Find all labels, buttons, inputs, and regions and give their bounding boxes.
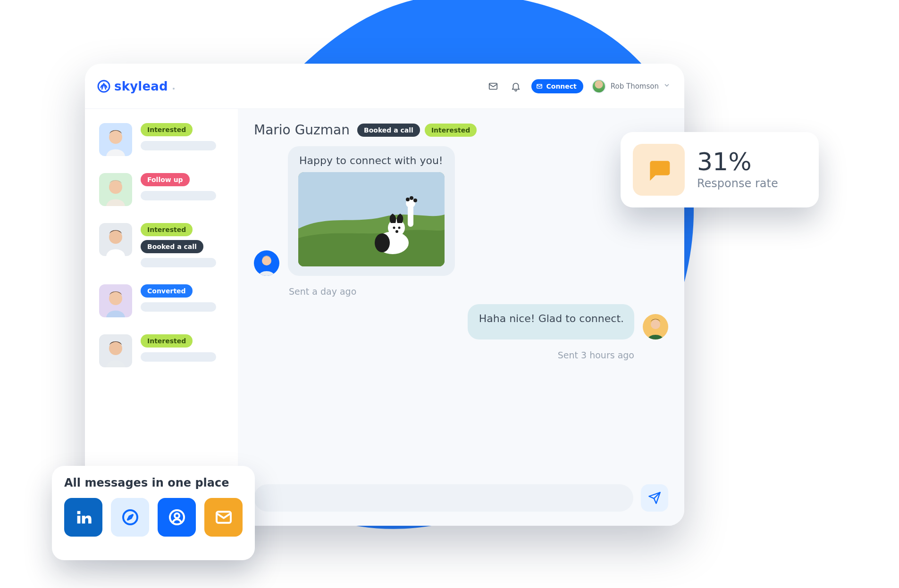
tag-green: Interested xyxy=(141,334,193,348)
mail-icon[interactable] xyxy=(204,498,243,537)
user-menu[interactable]: Rob Thomson xyxy=(592,79,670,93)
conversation-item[interactable]: Follow up xyxy=(99,173,227,206)
preview-placeholder xyxy=(141,258,216,267)
send-button[interactable] xyxy=(641,484,668,512)
svg-point-8 xyxy=(109,231,122,244)
svg-point-28 xyxy=(123,510,137,524)
message-text: Haha nice! Glad to connect. xyxy=(479,313,624,324)
message-bubble: Happy to connect with you! xyxy=(288,146,455,276)
svg-point-10 xyxy=(109,292,122,305)
message-input[interactable] xyxy=(254,484,633,512)
stat-label: Response rate xyxy=(697,177,778,190)
linkedin-icon[interactable] xyxy=(64,498,102,537)
svg-point-21 xyxy=(395,230,398,233)
conversation-list: Interested Follow up InterestedBooked a … xyxy=(85,109,238,526)
channels-row xyxy=(64,498,243,537)
preview-placeholder xyxy=(141,141,216,150)
svg-point-24 xyxy=(406,198,410,201)
svg-point-20 xyxy=(398,227,401,229)
message-composer xyxy=(254,484,668,512)
bell-icon[interactable] xyxy=(509,79,523,93)
svg-point-0 xyxy=(98,81,109,92)
tag-red: Follow up xyxy=(141,173,190,186)
message-row: Happy to connect with you! xyxy=(254,146,668,276)
conversation-item[interactable]: InterestedBooked a call xyxy=(99,223,227,267)
message-bubble: Haha nice! Glad to connect. xyxy=(468,304,634,340)
svg-rect-22 xyxy=(408,205,413,227)
conversation-item[interactable]: Converted xyxy=(99,284,227,317)
brand-wordmark: skylead xyxy=(114,79,168,93)
brand-logo-icon xyxy=(97,80,110,93)
tag-dark: Booked a call xyxy=(141,240,203,253)
svg-point-27 xyxy=(651,320,660,329)
message-meta: Sent a day ago xyxy=(289,286,668,297)
tag-green: Interested xyxy=(425,124,477,137)
brand-dot xyxy=(173,88,175,90)
chat-header: Mario Guzman Booked a callInterested xyxy=(254,122,668,138)
svg-point-13 xyxy=(262,256,271,265)
app-header: skylead Connect Rob T xyxy=(85,64,684,109)
person-search-icon[interactable] xyxy=(158,498,196,537)
channels-title: All messages in one place xyxy=(64,476,243,489)
message-avatar xyxy=(643,314,668,340)
message-text: Happy to connect with you! xyxy=(299,155,445,166)
svg-point-17 xyxy=(375,233,390,252)
tag-dark: Booked a call xyxy=(357,124,420,137)
preview-placeholder xyxy=(141,302,216,312)
conversation-item[interactable]: Interested xyxy=(99,123,227,156)
svg-marker-29 xyxy=(128,515,133,520)
connect-button-label: Connect xyxy=(546,83,577,90)
chat-panel: Mario Guzman Booked a callInterested Hap… xyxy=(238,109,684,526)
stat-value: 31% xyxy=(697,149,778,174)
app-window: skylead Connect Rob T xyxy=(85,64,684,526)
user-name: Rob Thomson xyxy=(611,82,659,91)
response-rate-card: 31% Response rate xyxy=(621,132,819,207)
chat-contact-name: Mario Guzman xyxy=(254,122,350,138)
contact-avatar xyxy=(99,284,132,317)
preview-placeholder xyxy=(141,352,216,362)
chat-bubble-icon xyxy=(633,144,685,196)
user-avatar xyxy=(592,79,606,93)
inbox-icon[interactable] xyxy=(486,79,500,93)
contact-avatar xyxy=(99,223,132,256)
channels-card: All messages in one place xyxy=(52,466,255,560)
contact-avatar xyxy=(99,334,132,367)
send-icon xyxy=(648,491,661,505)
chat-thread: Happy to connect with you! xyxy=(254,146,668,484)
contact-avatar xyxy=(99,123,132,156)
compass-icon[interactable] xyxy=(111,498,149,537)
brand[interactable]: skylead xyxy=(97,79,175,93)
message-image xyxy=(298,172,445,266)
preview-placeholder xyxy=(141,191,216,200)
svg-point-25 xyxy=(410,196,413,200)
tag-green: Interested xyxy=(141,123,193,136)
tag-blue: Converted xyxy=(141,284,193,298)
connect-button[interactable]: Connect xyxy=(531,79,583,93)
message-row: Haha nice! Glad to connect. xyxy=(254,304,668,340)
conversation-item[interactable]: Interested xyxy=(99,334,227,367)
svg-point-6 xyxy=(109,181,122,194)
chevron-down-icon xyxy=(664,82,670,91)
svg-point-31 xyxy=(175,513,179,518)
svg-point-4 xyxy=(109,131,122,144)
svg-point-19 xyxy=(393,227,395,229)
svg-point-26 xyxy=(413,199,417,202)
tag-green: Interested xyxy=(141,223,193,236)
contact-avatar xyxy=(99,173,132,206)
message-meta: Sent 3 hours ago xyxy=(558,350,634,360)
svg-point-12 xyxy=(109,342,122,355)
message-avatar xyxy=(254,250,279,276)
app-body: Interested Follow up InterestedBooked a … xyxy=(85,109,684,526)
